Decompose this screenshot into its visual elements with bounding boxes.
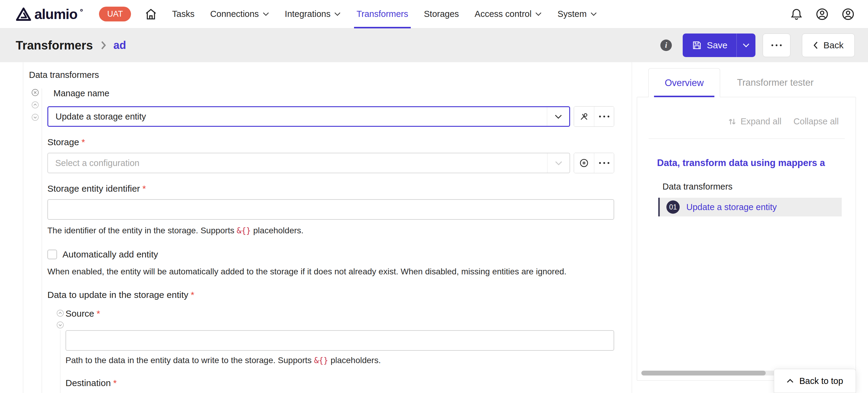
chevron-down-icon [535, 12, 542, 16]
data-update-controls [56, 308, 64, 330]
panel-toolbar: Expand all Collapse all [646, 117, 846, 126]
manage-name-label: Manage name [48, 88, 614, 98]
transformer-block: Manage name Update a storage entity [42, 88, 614, 393]
back-to-top-button[interactable]: Back to top [774, 369, 856, 393]
add-circle-icon [579, 158, 589, 168]
deselect-icon[interactable] [31, 88, 39, 97]
page-header: Transformers ad i Save Back [0, 28, 868, 62]
identifier-label: Storage entity identifier* [48, 183, 614, 194]
source-input[interactable] [65, 330, 614, 351]
nav-item-label: Storages [424, 9, 459, 19]
nav-item-system[interactable]: System [557, 0, 597, 28]
brand-trademark-dot [80, 9, 83, 11]
collapse-down-icon[interactable] [56, 321, 64, 329]
collapse-all-button[interactable]: Collapse all [794, 117, 839, 126]
transformer-actions [574, 106, 614, 127]
required-marker: * [82, 137, 85, 147]
overview-panel: Overview Transformer tester Expand all C… [632, 62, 868, 393]
expand-all-button[interactable]: Expand all [727, 117, 781, 126]
nav-item-storages[interactable]: Storages [424, 0, 459, 28]
required-marker: * [97, 308, 100, 319]
help-button[interactable] [815, 7, 829, 21]
back-to-top-label: Back to top [799, 376, 843, 386]
source-label: Source* [65, 308, 614, 319]
save-dropdown-toggle[interactable] [737, 33, 755, 57]
transformer-tools-button[interactable] [574, 107, 594, 126]
transformer-more-button[interactable] [594, 107, 614, 126]
auto-add-checkbox[interactable] [48, 250, 57, 259]
placeholder-code: &{} [314, 356, 328, 365]
collapse-up-icon[interactable] [56, 309, 64, 317]
chevron-down-icon [262, 12, 269, 16]
save-button[interactable]: Save [683, 33, 755, 57]
identifier-help: The identifier of the entity in the stor… [48, 226, 614, 236]
chevron-right-icon [100, 41, 106, 50]
storage-actions [574, 153, 614, 173]
save-label: Save [707, 40, 727, 51]
ellipsis-icon [598, 161, 610, 164]
nav-item-tasks[interactable]: Tasks [172, 0, 194, 28]
environment-badge: UAT [99, 7, 131, 22]
placeholder-code: &{} [237, 226, 251, 235]
nav-item-label: Transformers [356, 9, 408, 19]
storage-more-button[interactable] [594, 153, 614, 173]
data-update-label: Data to update in the storage entity* [48, 290, 614, 300]
left-gutter-divider [23, 62, 23, 393]
destination-label: Destination* [65, 378, 614, 388]
brand-name: alumio [34, 6, 77, 22]
transformer-block-controls [31, 88, 39, 123]
panel-tabs: Overview Transformer tester [648, 68, 856, 97]
tools-icon [579, 112, 589, 121]
item-label: Update a storage entity [686, 202, 777, 212]
home-button[interactable] [144, 7, 158, 21]
chevron-down-icon [334, 12, 341, 16]
item-index-badge: 01 [666, 201, 680, 214]
notifications-button[interactable] [790, 8, 803, 21]
select-caret [547, 107, 569, 126]
storage-label: Storage* [48, 137, 614, 147]
breadcrumb-current[interactable]: ad [114, 39, 126, 52]
info-icon[interactable]: i [660, 39, 672, 51]
storage-select[interactable]: Select a configuration [48, 153, 570, 173]
chevron-down-icon [590, 12, 597, 16]
storage-add-button[interactable] [574, 153, 594, 173]
nav-item-integrations[interactable]: Integrations [285, 0, 341, 28]
required-marker: * [143, 183, 146, 193]
select-caret [547, 153, 569, 173]
header-actions: i Save Back [660, 33, 855, 57]
nav-item-label: Integrations [285, 9, 331, 19]
horizontal-scrollbar-thumb[interactable] [641, 371, 766, 375]
transformer-form-panel: Data transformers Man [0, 62, 632, 393]
tab-overview[interactable]: Overview [648, 68, 720, 97]
brand-logo[interactable]: alumio [16, 6, 83, 22]
tab-transformer-tester[interactable]: Transformer tester [720, 68, 831, 97]
breadcrumb-root[interactable]: Transformers [16, 39, 93, 52]
home-icon [144, 7, 158, 21]
nav-item-access-control[interactable]: Access control [475, 0, 542, 28]
panel-divider [649, 139, 845, 139]
back-button[interactable]: Back [802, 33, 855, 57]
top-right-icons [790, 7, 855, 21]
main-area: Data transformers Man [0, 62, 868, 393]
user-circle-icon [815, 7, 829, 21]
ellipsis-icon [598, 115, 610, 118]
collapse-all-label: Collapse all [794, 117, 839, 126]
nav-item-label: Connections [210, 9, 259, 19]
collapse-down-icon[interactable] [31, 113, 39, 121]
overview-content: Expand all Collapse all Data, transform … [637, 97, 856, 381]
account-button[interactable] [841, 7, 855, 21]
panel-transformer-item[interactable]: 01 Update a storage entity [658, 198, 842, 216]
nav-item-connections[interactable]: Connections [210, 0, 269, 28]
back-chevron-icon [813, 41, 818, 50]
storage-select-placeholder: Select a configuration [48, 158, 547, 168]
chevron-down-icon [742, 43, 750, 48]
more-actions-button[interactable] [763, 33, 790, 57]
chevron-down-icon [554, 114, 562, 119]
transformer-select[interactable]: Update a storage entity [48, 106, 570, 127]
nav-item-label: Tasks [172, 9, 194, 19]
top-navigation: alumio UAT Tasks Connections Integration… [0, 0, 868, 28]
transformer-form: Data transformers Man [29, 62, 614, 393]
collapse-up-icon[interactable] [31, 101, 39, 109]
nav-item-transformers[interactable]: Transformers [356, 0, 408, 28]
identifier-input[interactable] [48, 199, 614, 220]
